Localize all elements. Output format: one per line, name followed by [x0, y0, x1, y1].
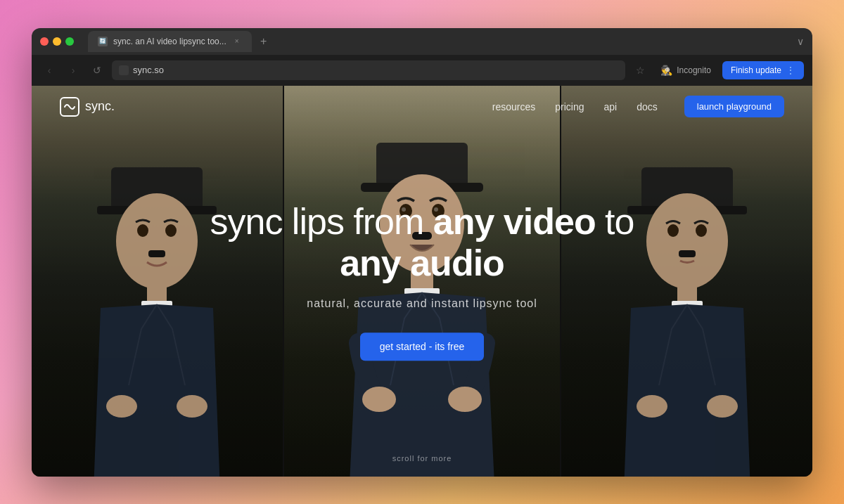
address-favicon [119, 65, 129, 75]
minimize-button[interactable] [53, 37, 61, 46]
svg-point-31 [707, 395, 738, 418]
svg-point-4 [165, 224, 177, 237]
incognito-label: Incognito [677, 65, 711, 75]
kebab-icon: ⋮ [786, 65, 795, 76]
hero-title: sync lips from any video to any audio [176, 201, 668, 285]
address-bar: ‹ › ↺ sync.so ☆ 🕵️ Incognito Finish upda… [32, 55, 812, 86]
address-url: sync.so [133, 65, 164, 75]
incognito-indicator: 🕵️ Incognito [655, 62, 717, 79]
site-navbar: sync. resources pricing api docs launch … [32, 86, 812, 128]
svg-point-25 [667, 224, 679, 237]
svg-point-21 [448, 387, 482, 412]
bookmark-button[interactable]: ☆ [631, 61, 649, 79]
browser-tab[interactable]: 🔄 sync. an AI video lipsync too... × [88, 31, 252, 52]
hero-title-part2: to [596, 201, 634, 242]
svg-point-9 [177, 395, 207, 418]
traffic-lights [40, 37, 74, 46]
tab-favicon: 🔄 [98, 37, 108, 46]
finish-update-button[interactable]: Finish update ⋮ [722, 61, 804, 79]
cta-button[interactable]: get started - its free [360, 332, 485, 361]
nav-api[interactable]: api [603, 101, 617, 112]
site-logo: sync. [60, 97, 115, 117]
svg-point-8 [106, 395, 137, 418]
new-tab-button[interactable]: + [255, 32, 273, 51]
close-button[interactable] [40, 37, 49, 46]
nav-resources[interactable]: resources [492, 101, 535, 112]
nav-docs[interactable]: docs [637, 101, 658, 112]
scroll-hint: scroll for more [392, 454, 452, 463]
finish-update-label: Finish update [731, 65, 781, 75]
tab-close-button[interactable]: × [232, 37, 242, 46]
hero-title-bold1: any video [433, 201, 596, 242]
address-input[interactable]: sync.so [112, 60, 625, 80]
refresh-button[interactable]: ↺ [88, 61, 106, 79]
hero-title-bold2: any audio [340, 243, 504, 284]
incognito-icon: 🕵️ [660, 65, 672, 76]
tab-dropdown-button[interactable]: ∨ [797, 36, 804, 47]
back-button[interactable]: ‹ [40, 61, 58, 79]
browser-window: 🔄 sync. an AI video lipsync too... × + ∨… [32, 28, 812, 477]
svg-rect-5 [148, 250, 165, 257]
title-bar: 🔄 sync. an AI video lipsync too... × + ∨ [32, 28, 812, 55]
website-content: sync. resources pricing api docs launch … [32, 86, 812, 477]
svg-point-20 [362, 387, 396, 412]
hero-subtitle: natural, accurate and instant lipsync to… [176, 297, 668, 310]
svg-rect-27 [679, 250, 696, 257]
svg-point-3 [137, 224, 148, 237]
hero-title-part1: sync lips from [210, 201, 433, 242]
site-nav-links: resources pricing api docs launch playgr… [492, 96, 784, 117]
tab-title: sync. an AI video lipsync too... [113, 37, 226, 46]
maximize-button[interactable] [65, 37, 74, 46]
logo-text: sync. [85, 99, 115, 114]
launch-playground-button[interactable]: launch playground [684, 96, 784, 117]
nav-pricing[interactable]: pricing [555, 101, 584, 112]
logo-icon [60, 97, 79, 117]
forward-button[interactable]: › [64, 61, 82, 79]
tab-bar: 🔄 sync. an AI video lipsync too... × + [88, 31, 791, 52]
svg-point-30 [637, 395, 667, 418]
hero-content: sync lips from any video to any audio na… [176, 201, 668, 361]
svg-point-26 [696, 224, 707, 237]
